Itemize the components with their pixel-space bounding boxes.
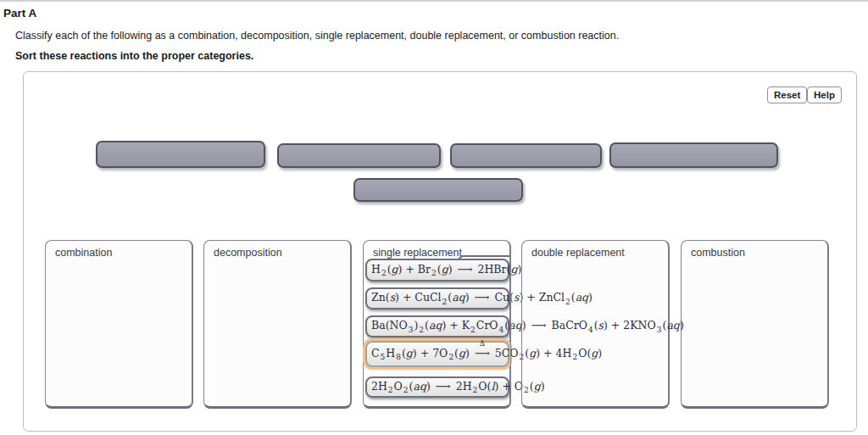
bin-label: combustion	[691, 247, 745, 259]
page: Part A Classify each of the following as…	[0, 0, 868, 435]
reaction-tile[interactable]: Ba(NO3)2(aq) + K2CrO4(aq)⟶BaCrO4(s) + 2K…	[365, 315, 509, 337]
reaction-equation: H2(g) + Br2(g)⟶2HBr(g)	[371, 263, 521, 278]
reaction-tile[interactable]: C5H8(g) + 7O2(g)⟶Δ5CO2(g) + 4H2O(g)	[365, 341, 509, 367]
bin-border-overlay	[510, 251, 511, 404]
top-divider	[0, 0, 868, 2]
instructions-text: Classify each of the following as a comb…	[15, 30, 619, 42]
reaction-equation: Zn(s) + CuCl2(aq)⟶Cu(s) + ZnCl2(aq)	[371, 291, 593, 306]
blank-tile[interactable]	[450, 143, 602, 168]
bin-decomposition[interactable]: decomposition	[203, 240, 352, 409]
reaction-tile[interactable]: H2(g) + Br2(g)⟶2HBr(g)	[365, 259, 509, 282]
bin-label: decomposition	[214, 247, 282, 259]
help-button[interactable]: Help	[807, 86, 842, 103]
reaction-tile[interactable]: Zn(s) + CuCl2(aq)⟶Cu(s) + ZnCl2(aq)	[365, 287, 509, 310]
blank-tile[interactable]	[277, 143, 441, 168]
reset-button[interactable]: Reset	[767, 86, 807, 103]
blank-tile[interactable]	[353, 178, 523, 202]
bin-label: combination	[55, 247, 112, 259]
bin-border-overlay	[521, 251, 522, 404]
reaction-equation: 2H2O2(aq)⟶2H2O(l) + O2(g)	[371, 380, 545, 395]
sort-prompt: Sort these reactions into the proper cat…	[15, 50, 253, 62]
reaction-tile[interactable]: 2H2O2(aq)⟶2H2O(l) + O2(g)	[365, 376, 509, 398]
blank-tile[interactable]	[96, 141, 265, 168]
bin-label: double replacement	[531, 247, 625, 259]
reaction-equation: Ba(NO3)2(aq) + K2CrO4(aq)⟶BaCrO4(s) + 2K…	[371, 319, 684, 334]
blank-tile[interactable]	[609, 142, 778, 168]
bin-combustion[interactable]: combustion	[681, 240, 829, 409]
reaction-equation: C5H8(g) + 7O2(g)⟶Δ5CO2(g) + 4H2O(g)	[371, 347, 602, 362]
bin-label: single replacement	[373, 247, 462, 259]
bin-combination[interactable]: combination	[45, 240, 193, 409]
part-title: Part A	[3, 7, 36, 20]
